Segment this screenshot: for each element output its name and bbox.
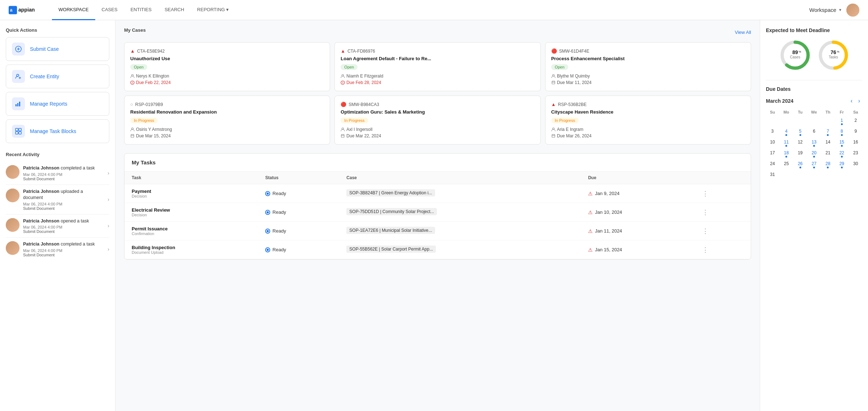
manage-task-blocks-button[interactable]: Manage Task Blocks (6, 119, 109, 143)
cal-day-25[interactable]: 25 (780, 160, 793, 170)
nav-reporting[interactable]: REPORTING ▾ (190, 0, 235, 20)
due-dates-title: Due Dates (766, 86, 862, 92)
task-status-cell-1: Ready (258, 203, 339, 222)
workspace-dropdown[interactable]: Workspace ▼ (809, 7, 842, 13)
due-date-2: Jan 11, 2024 (595, 228, 622, 234)
task-row-3[interactable]: Building Inspection Document Upload Read… (124, 240, 751, 259)
case-card-2[interactable]: 🔴 SMW-61D4F4E Process Enhancement Specia… (545, 42, 751, 91)
cal-day-27[interactable]: 27 (807, 160, 820, 170)
cal-day-2[interactable]: 2 (849, 116, 862, 127)
case-card-5[interactable]: ▲ RSP-536B2BE Cityscape Haven Residence … (545, 96, 751, 145)
activity-item-1[interactable]: Patricia Johnson uploaded a document Mar… (6, 185, 109, 215)
task-type-3: Document Upload (132, 250, 251, 255)
activity-avatar-0 (6, 165, 19, 179)
activity-item-3[interactable]: Patricia Johnson completed a task Mar 06… (6, 238, 109, 261)
task-case-cell-3: SOP-55B562E | Solar Carport Permit App..… (339, 240, 581, 259)
cal-day-3[interactable]: 3 (766, 127, 779, 137)
activity-content-1: Patricia Johnson uploaded a document Mar… (23, 189, 104, 211)
cal-day-20[interactable]: 20 (807, 149, 820, 159)
cal-day-8[interactable]: 8 (835, 127, 848, 137)
task-more-btn-1[interactable]: ⋮ (700, 208, 711, 217)
task-name-2: Permit Issuance (132, 226, 251, 231)
donuts-row: 89 % Cases 76 % Tasks (766, 39, 862, 71)
cal-day-5[interactable]: 5 (794, 127, 807, 137)
task-name-0: Payment (132, 189, 251, 194)
cal-day-7[interactable]: 7 (821, 127, 834, 137)
cal-day-22[interactable]: 22 (835, 149, 848, 159)
cal-day-28[interactable]: 28 (821, 160, 834, 170)
cal-day-1[interactable]: 1 (835, 116, 848, 127)
status-label-2: Ready (272, 228, 286, 234)
submit-case-label: Submit Case (30, 46, 59, 52)
activity-item-0[interactable]: Patricia Johnson completed a task Mar 06… (6, 162, 109, 185)
view-all-cases-link[interactable]: View All (735, 30, 751, 35)
submit-case-button[interactable]: Submit Case (6, 37, 109, 61)
task-status-cell-3: Ready (258, 240, 339, 259)
case-assignee-2: Blythe M Quimby (551, 74, 745, 79)
activity-content-0: Patricia Johnson completed a task Mar 06… (23, 165, 104, 181)
task-more-btn-3[interactable]: ⋮ (700, 246, 711, 254)
nav-entities[interactable]: ENTITIES (124, 0, 158, 20)
tasks-donut-chart: 76 % Tasks (817, 39, 850, 71)
nav-search[interactable]: SEARCH (158, 0, 190, 20)
svg-text:76: 76 (830, 49, 836, 55)
cal-day-13[interactable]: 13 (807, 138, 820, 148)
nav-links: WORKSPACE CASES ENTITIES SEARCH REPORTIN… (52, 0, 809, 20)
activity-time-3: Mar 06, 2024 4:00 PM (23, 248, 104, 253)
case-card-1[interactable]: ▲ CTA-FD86976 Loan Agreement Default - F… (334, 42, 540, 91)
case-card-0[interactable]: ▲ CTA-E58E942 Unauthorized Use Open Nery… (124, 42, 330, 91)
nav-cases[interactable]: CASES (95, 0, 124, 20)
recent-activity-title: Recent Activity (6, 152, 109, 157)
task-status-3: Ready (265, 247, 332, 252)
case-card-4[interactable]: 🔴 SMW-B984CA3 Optimization Guru: Sales &… (334, 96, 540, 145)
cal-day-4[interactable]: 4 (780, 127, 793, 137)
cal-day-19[interactable]: 19 (794, 149, 807, 159)
col-due: Due (581, 172, 692, 184)
case-id-row-4: 🔴 SMW-B984CA3 (341, 102, 534, 107)
cal-day-24[interactable]: 24 (766, 160, 779, 170)
manage-task-blocks-label: Manage Task Blocks (30, 128, 76, 134)
manage-reports-button[interactable]: Manage Reports (6, 92, 109, 116)
cal-day-14[interactable]: 14 (821, 138, 834, 148)
activity-doc-0: Submit Document (23, 177, 104, 181)
task-case-cell-1: SOP-75DD51D | Community Solar Project... (339, 203, 581, 222)
case-card-3[interactable]: ○ RSP-01979B9 Residential Renovation and… (124, 96, 330, 145)
case-due-2: Due Mar 11, 2024 (551, 80, 745, 85)
cal-day-31[interactable]: 31 (766, 171, 779, 178)
cal-day-21[interactable]: 21 (821, 149, 834, 159)
cal-day-16[interactable]: 16 (849, 138, 862, 148)
cal-day-30[interactable]: 30 (849, 160, 862, 170)
cal-day-15[interactable]: 15 (835, 138, 848, 148)
cal-header-sa: Sa (849, 109, 862, 116)
task-case-badge-0: SOP-3B824B7 | Green Energy Adoption i... (346, 189, 435, 196)
cal-day-23[interactable]: 23 (849, 149, 862, 159)
cal-day-18[interactable]: 18 (780, 149, 793, 159)
task-more-btn-2[interactable]: ⋮ (700, 227, 711, 235)
task-name-cell-3: Building Inspection Document Upload (124, 240, 258, 259)
app-logo[interactable]: a appian (9, 5, 38, 15)
case-id-2: SMW-61D4F4E (559, 49, 589, 54)
cal-day-12[interactable]: 12 (794, 138, 807, 148)
task-more-btn-0[interactable]: ⋮ (700, 189, 711, 198)
case-due-0: Due Feb 22, 2024 (130, 80, 324, 85)
main-content: My Cases View All ▲ CTA-E58E942 Unauthor… (115, 20, 760, 411)
task-row-1[interactable]: Electrical Review Decision Ready SOP-75D… (124, 203, 751, 222)
cal-day-29[interactable]: 29 (835, 160, 848, 170)
user-avatar[interactable] (846, 4, 859, 17)
recent-activity-section: Recent Activity Patricia Johnson complet… (6, 152, 109, 261)
activity-item-2[interactable]: Patricia Johnson opened a task Mar 06, 2… (6, 215, 109, 238)
cal-day-26[interactable]: 26 (794, 160, 807, 170)
cal-day-6[interactable]: 6 (807, 127, 820, 137)
cal-day-10[interactable]: 10 (766, 138, 779, 148)
cal-day-17[interactable]: 17 (766, 149, 779, 159)
calendar-next-button[interactable]: › (856, 97, 862, 105)
task-row-0[interactable]: Payment Decision Ready SOP-3B824B7 | Gre… (124, 184, 751, 203)
task-row-2[interactable]: Permit Issuance Confirmation Ready SOP-1… (124, 222, 751, 240)
cal-day-11[interactable]: 11 (780, 138, 793, 148)
activity-chevron-3: › (108, 246, 109, 252)
create-entity-button[interactable]: Create Entity (6, 65, 109, 88)
nav-workspace[interactable]: WORKSPACE (52, 0, 95, 20)
task-due-cell-0: ⚠ Jan 9, 2024 (581, 184, 692, 203)
calendar-prev-button[interactable]: ‹ (849, 97, 855, 105)
cal-day-9[interactable]: 9 (849, 127, 862, 137)
